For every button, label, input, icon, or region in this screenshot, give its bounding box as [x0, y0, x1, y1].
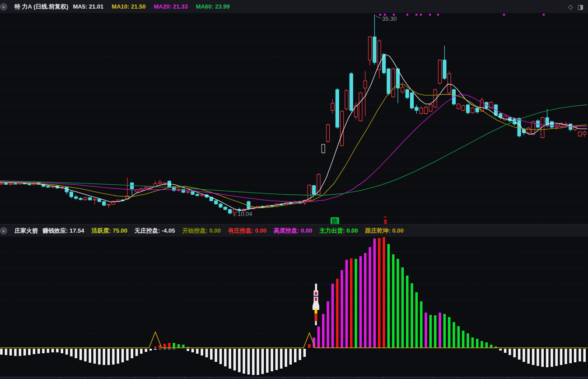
candle[interactable]: [467, 105, 470, 113]
candle[interactable]: [401, 87, 404, 92]
candle[interactable]: [509, 117, 512, 121]
histogram-bar[interactable]: [392, 254, 395, 348]
histogram-bar-negative[interactable]: [0, 349, 3, 355]
histogram-bar-negative[interactable]: [541, 349, 544, 367]
main-candlestick-chart[interactable]: 35.30←10.04跌$: [0, 13, 588, 224]
candle[interactable]: [117, 200, 120, 201]
histogram-bar-negative[interactable]: [513, 349, 516, 357]
histogram-bar-negative[interactable]: [280, 349, 283, 369]
histogram-bar-negative[interactable]: [229, 349, 231, 369]
histogram-bar[interactable]: [173, 343, 176, 348]
histogram-bar[interactable]: [485, 342, 488, 348]
candle[interactable]: [583, 132, 586, 134]
candle[interactable]: [448, 74, 451, 93]
candle[interactable]: [336, 89, 339, 127]
candle[interactable]: [201, 195, 204, 196]
histogram-bar-negative[interactable]: [233, 349, 236, 370]
candle[interactable]: [257, 206, 260, 207]
histogram-bar-negative[interactable]: [527, 349, 530, 364]
histogram-bar[interactable]: [476, 339, 479, 348]
histogram-bar[interactable]: [448, 317, 451, 348]
candle[interactable]: [75, 197, 78, 199]
histogram-bar-negative[interactable]: [238, 349, 241, 372]
histogram-bar[interactable]: [336, 279, 339, 348]
candle[interactable]: [145, 187, 148, 188]
histogram-bar-negative[interactable]: [135, 349, 138, 356]
histogram-bar-negative[interactable]: [131, 349, 134, 358]
histogram-bar-negative[interactable]: [98, 349, 101, 365]
candle[interactable]: [369, 37, 372, 60]
histogram-bar[interactable]: [350, 258, 353, 348]
histogram-bar-negative[interactable]: [70, 349, 73, 356]
candle[interactable]: [373, 37, 376, 63]
candle[interactable]: [350, 74, 353, 110]
histogram-bar-negative[interactable]: [294, 349, 297, 362]
histogram-bar-negative[interactable]: [569, 349, 572, 363]
histogram-bar-negative[interactable]: [103, 349, 106, 365]
histogram-bar-negative[interactable]: [112, 349, 115, 365]
histogram-bar-negative[interactable]: [574, 349, 577, 362]
candle[interactable]: [191, 192, 194, 194]
histogram-bar[interactable]: [369, 247, 371, 348]
candle[interactable]: [392, 69, 395, 97]
candle[interactable]: [224, 207, 227, 210]
histogram-bar-negative[interactable]: [84, 349, 87, 361]
candle[interactable]: [187, 192, 190, 192]
histogram-bar-negative[interactable]: [37, 349, 40, 354]
histogram-bar-negative[interactable]: [65, 349, 68, 355]
histogram-bar[interactable]: [154, 346, 157, 348]
candle[interactable]: [387, 69, 390, 94]
histogram-bar-negative[interactable]: [252, 349, 255, 375]
histogram-bar-negative[interactable]: [583, 349, 586, 362]
histogram-bar-negative[interactable]: [56, 349, 59, 352]
histogram-bar[interactable]: [425, 313, 427, 348]
candle[interactable]: [457, 104, 460, 109]
candle[interactable]: [14, 183, 17, 184]
candle[interactable]: [70, 192, 73, 197]
histogram-bar-negative[interactable]: [266, 349, 269, 373]
histogram-bar[interactable]: [415, 292, 418, 348]
histogram-bar-negative[interactable]: [210, 349, 213, 360]
histogram-bar[interactable]: [364, 253, 367, 348]
histogram-bar-negative[interactable]: [243, 349, 245, 374]
histogram-bar[interactable]: [345, 260, 348, 348]
histogram-bar[interactable]: [317, 327, 320, 348]
histogram-bar[interactable]: [373, 239, 376, 348]
histogram-bar[interactable]: [462, 331, 465, 348]
candle[interactable]: [107, 204, 110, 205]
candle[interactable]: [406, 89, 409, 98]
histogram-bar-negative[interactable]: [33, 349, 36, 354]
histogram-bar-negative[interactable]: [303, 349, 306, 357]
histogram-bar-negative[interactable]: [219, 349, 222, 364]
histogram-bar-negative[interactable]: [173, 349, 176, 349]
histogram-bar-negative[interactable]: [257, 349, 259, 375]
histogram-bar-negative[interactable]: [75, 349, 78, 358]
histogram-bar-negative[interactable]: [187, 349, 189, 351]
candle[interactable]: [131, 183, 134, 189]
candle[interactable]: [313, 186, 316, 195]
candle[interactable]: [518, 118, 521, 136]
histogram-bar-negative[interactable]: [201, 349, 203, 356]
candle[interactable]: [322, 145, 325, 153]
histogram-bar-negative[interactable]: [191, 349, 194, 352]
histogram-bar[interactable]: [411, 283, 413, 348]
histogram-bar-negative[interactable]: [289, 349, 292, 365]
histogram-bar-negative[interactable]: [159, 349, 162, 349]
histogram-bar-negative[interactable]: [23, 349, 26, 356]
histogram-bar[interactable]: [327, 301, 329, 348]
histogram-bar-negative[interactable]: [196, 349, 199, 354]
candle[interactable]: [159, 182, 162, 184]
candle[interactable]: [28, 184, 31, 185]
candle[interactable]: [429, 105, 432, 111]
candle[interactable]: [84, 197, 87, 199]
histogram-bar-negative[interactable]: [149, 349, 152, 351]
histogram-bar[interactable]: [490, 345, 493, 348]
histogram-bar-negative[interactable]: [215, 349, 217, 362]
candle[interactable]: [443, 60, 446, 79]
histogram-bar[interactable]: [481, 341, 483, 348]
candle[interactable]: [420, 108, 423, 113]
candle[interactable]: [415, 107, 418, 110]
collapse-indicator-icon[interactable]: ⌄: [0, 227, 7, 234]
candle[interactable]: [98, 199, 101, 201]
histogram-bar-negative[interactable]: [271, 349, 273, 371]
